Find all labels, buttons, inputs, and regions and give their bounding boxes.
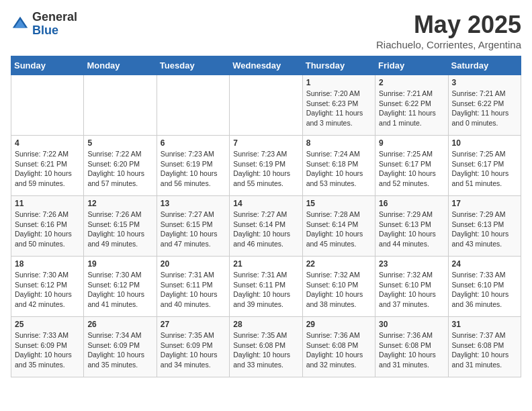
calendar-cell: 9Sunrise: 7:25 AM Sunset: 6:17 PM Daylig… [375, 136, 448, 196]
logo-general: General [32, 11, 77, 24]
calendar-cell [230, 75, 302, 136]
day-info: Sunrise: 7:31 AM Sunset: 6:11 PM Dayligh… [161, 270, 226, 310]
calendar-week-row: 18Sunrise: 7:30 AM Sunset: 6:12 PM Dayli… [11, 257, 521, 317]
calendar-cell: 14Sunrise: 7:27 AM Sunset: 6:14 PM Dayli… [230, 196, 302, 257]
calendar-cell: 25Sunrise: 7:33 AM Sunset: 6:09 PM Dayli… [11, 317, 84, 377]
calendar-cell [157, 75, 229, 136]
day-info: Sunrise: 7:32 AM Sunset: 6:10 PM Dayligh… [306, 270, 371, 310]
page-header: General Blue May 2025 Riachuelo, Corrien… [11, 11, 521, 50]
logo-text: General Blue [32, 11, 77, 38]
day-info: Sunrise: 7:27 AM Sunset: 6:14 PM Dayligh… [233, 210, 298, 249]
day-number: 21 [233, 259, 298, 269]
day-number: 1 [306, 78, 371, 87]
day-info: Sunrise: 7:24 AM Sunset: 6:18 PM Dayligh… [306, 149, 371, 189]
day-number: 12 [87, 199, 152, 208]
calendar-day-header: Thursday [302, 56, 375, 75]
calendar-cell: 8Sunrise: 7:24 AM Sunset: 6:18 PM Daylig… [302, 136, 375, 196]
day-info: Sunrise: 7:35 AM Sunset: 6:09 PM Dayligh… [161, 330, 226, 370]
day-number: 28 [233, 320, 298, 329]
day-number: 15 [306, 199, 371, 208]
day-info: Sunrise: 7:36 AM Sunset: 6:08 PM Dayligh… [306, 330, 371, 370]
logo: General Blue [11, 11, 77, 38]
calendar-cell: 6Sunrise: 7:23 AM Sunset: 6:19 PM Daylig… [157, 136, 229, 196]
month-year-title: May 2025 [376, 11, 521, 39]
day-info: Sunrise: 7:20 AM Sunset: 6:23 PM Dayligh… [306, 89, 371, 128]
title-block: May 2025 Riachuelo, Corrientes, Argentin… [376, 11, 521, 50]
calendar-cell: 19Sunrise: 7:30 AM Sunset: 6:12 PM Dayli… [84, 257, 157, 317]
day-number: 10 [452, 138, 517, 148]
calendar-cell: 1Sunrise: 7:20 AM Sunset: 6:23 PM Daylig… [302, 75, 375, 136]
calendar-cell: 11Sunrise: 7:26 AM Sunset: 6:16 PM Dayli… [11, 196, 84, 257]
calendar-cell: 12Sunrise: 7:26 AM Sunset: 6:15 PM Dayli… [84, 196, 157, 257]
day-info: Sunrise: 7:26 AM Sunset: 6:15 PM Dayligh… [87, 210, 152, 249]
day-number: 9 [379, 138, 444, 148]
calendar-day-header: Tuesday [157, 56, 229, 75]
day-number: 13 [161, 199, 226, 208]
calendar-cell [11, 75, 84, 136]
calendar-day-header: Wednesday [230, 56, 302, 75]
day-info: Sunrise: 7:36 AM Sunset: 6:08 PM Dayligh… [379, 330, 444, 370]
day-number: 6 [161, 138, 226, 148]
calendar-cell: 28Sunrise: 7:35 AM Sunset: 6:08 PM Dayli… [230, 317, 302, 377]
logo-icon [11, 15, 30, 34]
day-info: Sunrise: 7:25 AM Sunset: 6:17 PM Dayligh… [379, 149, 444, 189]
day-info: Sunrise: 7:26 AM Sunset: 6:16 PM Dayligh… [15, 210, 80, 249]
calendar-cell: 7Sunrise: 7:23 AM Sunset: 6:19 PM Daylig… [230, 136, 302, 196]
calendar-table: SundayMondayTuesdayWednesdayThursdayFrid… [11, 56, 521, 377]
day-info: Sunrise: 7:30 AM Sunset: 6:12 PM Dayligh… [87, 270, 152, 310]
day-number: 2 [379, 78, 444, 87]
day-number: 11 [15, 199, 80, 208]
day-info: Sunrise: 7:33 AM Sunset: 6:09 PM Dayligh… [15, 330, 80, 370]
day-number: 30 [379, 320, 444, 329]
calendar-cell: 16Sunrise: 7:29 AM Sunset: 6:13 PM Dayli… [375, 196, 448, 257]
day-number: 19 [87, 259, 152, 269]
day-info: Sunrise: 7:27 AM Sunset: 6:15 PM Dayligh… [161, 210, 226, 249]
day-number: 5 [87, 138, 152, 148]
calendar-cell: 29Sunrise: 7:36 AM Sunset: 6:08 PM Dayli… [302, 317, 375, 377]
day-info: Sunrise: 7:23 AM Sunset: 6:19 PM Dayligh… [233, 149, 298, 189]
day-number: 31 [452, 320, 517, 329]
day-number: 7 [233, 138, 298, 148]
day-number: 29 [306, 320, 371, 329]
day-number: 14 [233, 199, 298, 208]
day-info: Sunrise: 7:21 AM Sunset: 6:22 PM Dayligh… [452, 89, 517, 128]
day-info: Sunrise: 7:28 AM Sunset: 6:14 PM Dayligh… [306, 210, 371, 249]
day-number: 3 [452, 78, 517, 87]
calendar-cell: 2Sunrise: 7:21 AM Sunset: 6:22 PM Daylig… [375, 75, 448, 136]
day-number: 25 [15, 320, 80, 329]
calendar-week-row: 11Sunrise: 7:26 AM Sunset: 6:16 PM Dayli… [11, 196, 521, 257]
calendar-cell: 10Sunrise: 7:25 AM Sunset: 6:17 PM Dayli… [448, 136, 521, 196]
calendar-day-header: Monday [84, 56, 157, 75]
calendar-cell: 31Sunrise: 7:37 AM Sunset: 6:08 PM Dayli… [448, 317, 521, 377]
day-info: Sunrise: 7:21 AM Sunset: 6:22 PM Dayligh… [379, 89, 444, 128]
day-number: 26 [87, 320, 152, 329]
day-info: Sunrise: 7:31 AM Sunset: 6:11 PM Dayligh… [233, 270, 298, 310]
calendar-week-row: 1Sunrise: 7:20 AM Sunset: 6:23 PM Daylig… [11, 75, 521, 136]
calendar-cell: 3Sunrise: 7:21 AM Sunset: 6:22 PM Daylig… [448, 75, 521, 136]
day-info: Sunrise: 7:32 AM Sunset: 6:10 PM Dayligh… [379, 270, 444, 310]
calendar-cell: 27Sunrise: 7:35 AM Sunset: 6:09 PM Dayli… [157, 317, 229, 377]
calendar-cell: 20Sunrise: 7:31 AM Sunset: 6:11 PM Dayli… [157, 257, 229, 317]
day-number: 4 [15, 138, 80, 148]
calendar-cell: 18Sunrise: 7:30 AM Sunset: 6:12 PM Dayli… [11, 257, 84, 317]
calendar-cell: 22Sunrise: 7:32 AM Sunset: 6:10 PM Dayli… [302, 257, 375, 317]
day-number: 16 [379, 199, 444, 208]
day-info: Sunrise: 7:25 AM Sunset: 6:17 PM Dayligh… [452, 149, 517, 189]
day-info: Sunrise: 7:35 AM Sunset: 6:08 PM Dayligh… [233, 330, 298, 370]
day-info: Sunrise: 7:33 AM Sunset: 6:10 PM Dayligh… [452, 270, 517, 310]
calendar-cell: 24Sunrise: 7:33 AM Sunset: 6:10 PM Dayli… [448, 257, 521, 317]
day-info: Sunrise: 7:22 AM Sunset: 6:20 PM Dayligh… [87, 149, 152, 189]
calendar-week-row: 4Sunrise: 7:22 AM Sunset: 6:21 PM Daylig… [11, 136, 521, 196]
day-number: 24 [452, 259, 517, 269]
day-info: Sunrise: 7:29 AM Sunset: 6:13 PM Dayligh… [379, 210, 444, 249]
calendar-week-row: 25Sunrise: 7:33 AM Sunset: 6:09 PM Dayli… [11, 317, 521, 377]
calendar-day-header: Sunday [11, 56, 84, 75]
calendar-header-row: SundayMondayTuesdayWednesdayThursdayFrid… [11, 56, 521, 75]
day-info: Sunrise: 7:22 AM Sunset: 6:21 PM Dayligh… [15, 149, 80, 189]
day-number: 27 [161, 320, 226, 329]
day-number: 22 [306, 259, 371, 269]
day-info: Sunrise: 7:23 AM Sunset: 6:19 PM Dayligh… [161, 149, 226, 189]
day-number: 18 [15, 259, 80, 269]
calendar-cell: 21Sunrise: 7:31 AM Sunset: 6:11 PM Dayli… [230, 257, 302, 317]
calendar-cell: 23Sunrise: 7:32 AM Sunset: 6:10 PM Dayli… [375, 257, 448, 317]
